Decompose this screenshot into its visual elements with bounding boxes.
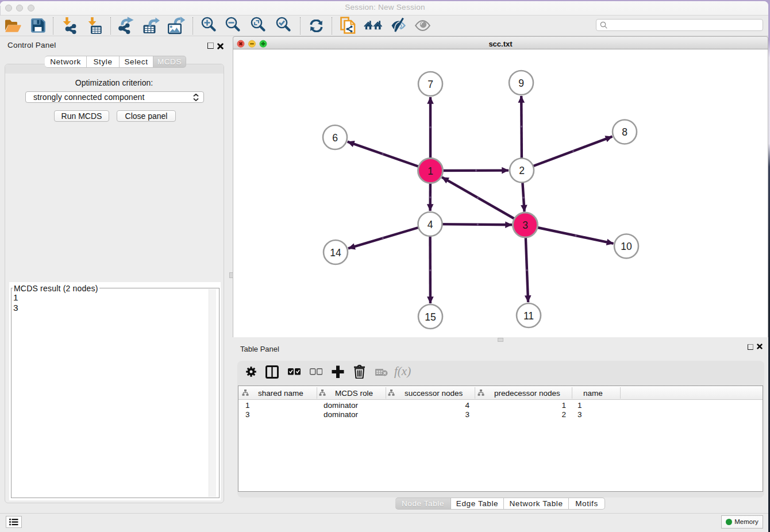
svg-text:8: 8: [622, 126, 627, 138]
svg-text:4: 4: [428, 219, 433, 230]
svg-text:6: 6: [332, 132, 338, 144]
svg-text:11: 11: [523, 310, 534, 322]
svg-text:2: 2: [519, 165, 525, 176]
svg-text:9: 9: [518, 78, 524, 89]
svg-text:10: 10: [621, 241, 632, 252]
svg-text:1: 1: [428, 165, 433, 177]
svg-text:15: 15: [425, 311, 436, 323]
svg-text:7: 7: [428, 79, 433, 90]
svg-text:14: 14: [330, 247, 341, 259]
svg-text:3: 3: [522, 219, 528, 231]
